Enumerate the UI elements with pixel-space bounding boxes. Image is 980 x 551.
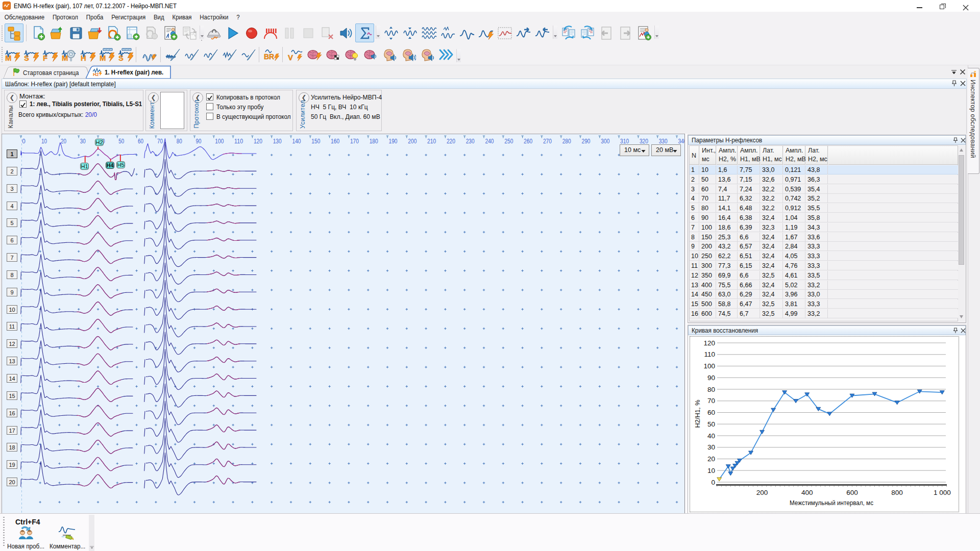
svg-text:M: M	[100, 54, 106, 62]
svg-text:H2/H1, %: H2/H1, %	[694, 400, 701, 428]
svg-text:1 000: 1 000	[934, 489, 951, 496]
svg-text:20: 20	[707, 455, 715, 463]
svg-text:120: 120	[703, 339, 715, 347]
svg-text:100: 100	[703, 362, 715, 370]
svg-text:80: 80	[707, 386, 715, 393]
svg-text:Межстимульный интервал, мс: Межстимульный интервал, мс	[790, 499, 873, 507]
svg-text:H: H	[81, 54, 86, 62]
svg-text:BR: BR	[264, 53, 274, 61]
svg-text:30: 30	[707, 443, 715, 451]
svg-text:S: S	[24, 54, 29, 62]
svg-text:50: 50	[707, 420, 715, 428]
svg-text:200: 200	[756, 489, 768, 496]
svg-text:0: 0	[711, 479, 715, 486]
svg-text:400: 400	[801, 489, 813, 496]
svg-text:110: 110	[704, 350, 715, 358]
svg-text:70: 70	[707, 397, 715, 405]
svg-text:S: S	[118, 54, 124, 62]
svg-text:800: 800	[891, 489, 903, 496]
svg-text:90: 90	[707, 374, 715, 382]
svg-text:60: 60	[707, 409, 715, 416]
svg-text:10: 10	[707, 467, 715, 474]
svg-text:V: V	[288, 53, 293, 62]
svg-text:H2: H2	[93, 72, 99, 77]
svg-text:F: F	[43, 54, 47, 62]
svg-text:40: 40	[707, 432, 715, 440]
svg-text:M: M	[5, 54, 12, 62]
svg-text:600: 600	[846, 489, 858, 496]
